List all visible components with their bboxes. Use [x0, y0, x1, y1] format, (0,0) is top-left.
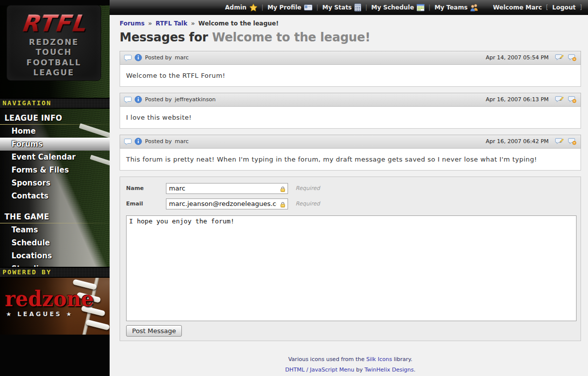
sidebar-bottom-filler	[0, 335, 110, 376]
vcard-icon	[304, 4, 312, 11]
logo-line: TOUCH	[7, 47, 101, 57]
post-date: Apr 16, 2007 06:42 PM	[486, 138, 549, 145]
sidebar-item-home[interactable]: Home	[0, 125, 110, 138]
sidebar-item-forms-files[interactable]: Forms & Files	[0, 164, 110, 177]
post-header: Posted by jeffreyatkinson Apr 16, 2007 0…	[120, 93, 581, 107]
breadcrumb-separator: »	[189, 20, 196, 27]
sidebar: RTFL REDZONE TOUCH FOOTBALL LEAGUE NAVIG…	[0, 0, 110, 376]
topbar-my-stats-label: My Stats	[322, 4, 352, 11]
message-textarea[interactable]: I hope you enjoy the forum!	[126, 215, 577, 321]
posted-by-label: Posted by	[145, 54, 172, 61]
redzone-logo-name: redzone	[5, 289, 94, 308]
page-title-prefix: Messages for	[120, 30, 208, 44]
sidebar-logo-area: RTFL REDZONE TOUCH FOOTBALL LEAGUE	[0, 5, 110, 98]
footer-text: library.	[394, 356, 412, 363]
section-title-league-info: LEAGUE INFO	[0, 109, 110, 124]
breadcrumb-forums-link[interactable]: Forums	[120, 20, 145, 27]
topbar-admin-label: Admin	[225, 4, 247, 11]
rtfl-logo-lines: REDZONE TOUCH FOOTBALL LEAGUE	[7, 37, 101, 78]
comment-edit-icon[interactable]	[555, 54, 564, 61]
topbar-separator: |	[365, 4, 367, 11]
post-author-link[interactable]: marc	[175, 138, 189, 145]
reply-form: Name Required Email Required I hope you …	[120, 177, 581, 341]
post-date: Apr 16, 2007 06:13 PM	[486, 96, 549, 103]
rtfl-logo[interactable]: RTFL REDZONE TOUCH FOOTBALL LEAGUE	[7, 5, 101, 80]
post-body: This forum is pretty neat! When I'm typi…	[120, 149, 581, 171]
topbar-my-teams-label: My Teams	[435, 4, 467, 11]
group-icon	[470, 3, 479, 11]
sidebar-item-teams[interactable]: Teams	[0, 223, 110, 236]
comment-icon	[124, 54, 132, 61]
email-input[interactable]	[166, 198, 288, 209]
comment-edit-icon[interactable]	[555, 138, 564, 145]
topbar-my-teams[interactable]: My Teams	[435, 3, 479, 11]
main-area: Admin | My Profile | My Stats | My Sched…	[110, 0, 588, 376]
comment-icon	[124, 138, 132, 145]
email-label: Email	[126, 200, 166, 207]
topbar-my-profile-label: My Profile	[268, 4, 301, 11]
sidebar-item-event-calendar[interactable]: Event Calendar	[0, 151, 110, 164]
breadcrumb: Forums » RTFL Talk » Welcome to the leag…	[120, 20, 581, 27]
lock-icon	[280, 200, 286, 210]
silk-icons-link[interactable]: Silk Icons	[366, 356, 392, 363]
post: Posted by jeffreyatkinson Apr 16, 2007 0…	[120, 93, 581, 129]
post-date: Apr 14, 2007 05:54 PM	[486, 54, 549, 61]
content-area: Forums » RTFL Talk » Welcome to the leag…	[110, 15, 588, 376]
post-body: Welcome to the RTFL Forum!	[120, 65, 581, 87]
post-message-button[interactable]: Post Message	[126, 325, 182, 337]
footer-icons-credit: Various icons used from the Silk Icons l…	[120, 354, 581, 365]
topbar: Admin | My Profile | My Stats | My Sched…	[110, 0, 588, 15]
email-row: Email Required	[126, 198, 577, 209]
logo-line: FOOTBALL	[7, 58, 101, 68]
topbar-admin[interactable]: Admin	[225, 3, 258, 11]
comment-delete-icon[interactable]	[568, 54, 577, 61]
comment-icon	[124, 96, 132, 103]
sidebar-item-sponsors[interactable]: Sponsors	[0, 177, 110, 189]
post-body: I love this website!	[120, 107, 581, 129]
footer-text: by	[356, 367, 363, 373]
sidebar-item-schedule[interactable]: Schedule	[0, 236, 110, 249]
information-icon[interactable]	[135, 54, 142, 61]
calendar-icon	[417, 3, 425, 11]
name-input-wrap	[166, 183, 288, 194]
information-icon[interactable]	[135, 96, 142, 103]
email-input-wrap	[166, 198, 288, 209]
dhtml-menu-link[interactable]: DHTML / JavaScript Menu	[285, 367, 354, 373]
comment-edit-icon[interactable]	[555, 96, 564, 103]
twinhelix-link[interactable]: TwinHelix Designs	[364, 367, 414, 373]
navigation-strip: NAVIGATION	[0, 98, 110, 109]
post-header: Posted by marc Apr 14, 2007 05:54 PM	[120, 51, 581, 65]
breadcrumb-separator: »	[147, 20, 153, 27]
information-icon[interactable]	[135, 138, 142, 145]
name-row: Name Required	[126, 183, 577, 194]
breadcrumb-rtfl-talk-link[interactable]: RTFL Talk	[155, 20, 187, 27]
topbar-separator: |	[429, 4, 431, 11]
calculator-icon	[354, 3, 361, 11]
name-input[interactable]	[166, 183, 288, 194]
rtfl-logo-abbr: RTFL	[20, 12, 87, 35]
post-author-link[interactable]: marc	[175, 54, 189, 61]
powered-by-strip: POWERED BY	[0, 267, 110, 278]
topbar-my-schedule-label: My Schedule	[371, 4, 414, 11]
topbar-separator: |	[316, 4, 318, 11]
section-title-the-game: THE GAME	[0, 207, 110, 223]
sidebar-item-locations[interactable]: Locations	[0, 249, 110, 262]
posted-by-label: Posted by	[145, 96, 172, 103]
topbar-separator: |	[262, 4, 264, 11]
topbar-my-schedule[interactable]: My Schedule	[371, 3, 425, 11]
footer: Various icons used from the Silk Icons l…	[120, 341, 581, 376]
sidebar-item-forums[interactable]: Forums	[0, 138, 110, 151]
welcome-text: Welcome Marc	[493, 4, 542, 11]
post: Posted by marc Apr 16, 2007 06:42 PM Thi…	[120, 135, 581, 171]
sidebar-item-contacts[interactable]: Contacts	[0, 189, 110, 202]
comment-delete-icon[interactable]	[568, 96, 577, 103]
topbar-my-profile[interactable]: My Profile	[268, 4, 312, 11]
comment-delete-icon[interactable]	[568, 138, 577, 145]
logout-link[interactable]: Logout	[552, 4, 576, 11]
post-header: Posted by marc Apr 16, 2007 06:42 PM	[120, 135, 581, 149]
post-author-link[interactable]: jeffreyatkinson	[175, 96, 216, 103]
sidebar-item-standings[interactable]: Standings	[0, 262, 110, 267]
topbar-my-stats[interactable]: My Stats	[322, 3, 361, 11]
redzone-leagues-logo[interactable]: redzone ★ LEAGUES ★	[0, 278, 110, 335]
page-title: Messages for Welcome to the league!	[120, 31, 581, 45]
